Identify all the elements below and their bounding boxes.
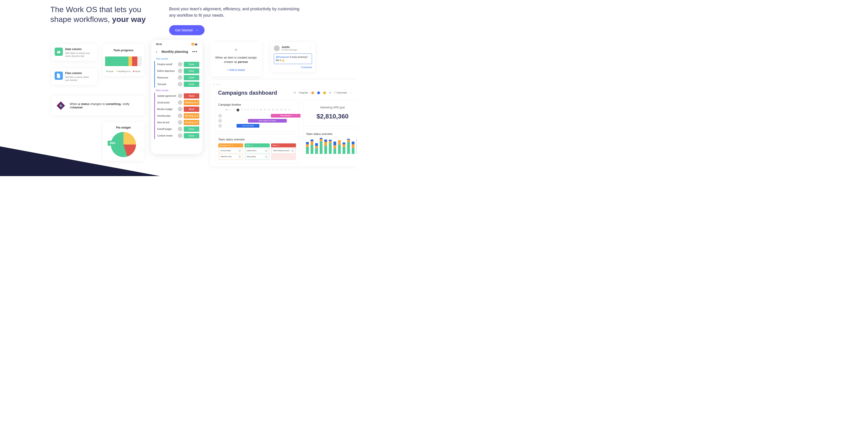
avatar: [178, 133, 182, 138]
bar: [320, 138, 322, 154]
status-badge[interactable]: Working on it: [184, 100, 199, 105]
task-name: Test plan: [157, 83, 177, 86]
status-badge[interactable]: Working on it: [184, 113, 199, 118]
kanban-card[interactable]: March Madness promo: [272, 148, 295, 153]
integrate-icon[interactable]: ⟳: [294, 91, 296, 94]
timeline-row: New vegan ice cream: [218, 118, 296, 123]
commenter-role: Product Manager: [282, 49, 297, 51]
more-icon[interactable]: •••: [192, 50, 197, 54]
phone-task-row[interactable]: Social postsWorking on it: [154, 99, 201, 106]
window-controls: ● ● ●: [210, 83, 356, 87]
timeline-bar[interactable]: New vegan ice cream: [248, 119, 287, 122]
automate-label[interactable]: 7 / Automate: [334, 91, 347, 94]
avatar: [178, 93, 182, 98]
more-icon[interactable]: ⋯: [350, 91, 352, 94]
arr-panel: Marketing ARR goal $2,810,360: [303, 100, 356, 126]
status-badge[interactable]: Stuck: [184, 107, 199, 112]
svg-rect-6: [60, 104, 61, 107]
phone-mockup: 09:41 📶 ▮▮ ‹ Monthly planning ••• This m…: [151, 40, 203, 154]
timeline-bar[interactable]: Fall collection: [271, 114, 301, 117]
kanban-column: Stuck / 1March Madness promo: [271, 143, 296, 160]
avatar: [178, 62, 182, 66]
avatar: [265, 149, 268, 152]
status-badge[interactable]: Done: [184, 133, 199, 138]
column-header: Done / 2: [245, 143, 270, 147]
avatar: [178, 120, 182, 125]
status-badge[interactable]: Done: [184, 75, 199, 80]
hero: The Work OS that lets you shape workflow…: [0, 0, 356, 40]
avatar: [265, 156, 268, 158]
status-badge[interactable]: Stuck: [184, 93, 199, 98]
bar: [356, 139, 356, 154]
phone-task-row[interactable]: Refine objectivesDone: [154, 68, 201, 74]
phone-task-row[interactable]: Content reviewDone: [154, 133, 201, 139]
bar: [324, 140, 327, 154]
task-name: Refine objectives: [157, 70, 177, 72]
kanban-card[interactable]: Blog posting: [245, 154, 269, 159]
card-desc: Add files to items within your boards: [65, 76, 94, 82]
svg-rect-2: [58, 50, 58, 51]
back-icon[interactable]: ‹: [156, 50, 157, 54]
phone-task-row[interactable]: Kickoff budgetDone: [154, 126, 201, 133]
status-badge[interactable]: Done: [184, 82, 199, 87]
get-started-button[interactable]: Get Started →: [169, 25, 205, 35]
integration-chip-icon: [311, 91, 314, 94]
avatar: [178, 68, 182, 73]
status-badge[interactable]: Done: [184, 62, 199, 67]
phone-task-row[interactable]: Develop planWorking on it: [154, 113, 201, 119]
comment-link[interactable]: Comment: [274, 66, 312, 68]
bar: [352, 142, 354, 154]
task-name: Resources: [157, 76, 177, 79]
integrate-label[interactable]: Integrate: [299, 91, 308, 94]
bar: [306, 142, 309, 154]
avatar: [218, 124, 222, 128]
phone-task-row[interactable]: Monitor budgetStuck: [154, 106, 201, 113]
timeline-header: Dec1234567891011121314151617: [218, 109, 296, 111]
task-name: Finalize kickoff: [157, 63, 177, 66]
avatar: [239, 156, 241, 158]
panel-title: Team status overview: [218, 138, 296, 141]
phone-task-row[interactable]: ResourcesDone: [154, 74, 201, 81]
progress-legend: Done Working on it Stuck: [105, 70, 142, 73]
hero-subtitle: Boost your team's alignment, efficiency,…: [169, 6, 306, 19]
comment-input[interactable]: @Prasannah it looks amazing! I like it 💪: [274, 54, 312, 64]
bar: [338, 140, 341, 154]
svg-rect-3: [59, 50, 60, 51]
phone-task-row[interactable]: Finalize kickoffDone: [154, 61, 201, 68]
card-title: Files column: [65, 72, 94, 75]
task-name: Monitor budget: [157, 108, 177, 110]
phone-task-row[interactable]: New ad testWorking on it: [154, 119, 201, 126]
kanban-card[interactable]: Valentine's Day: [219, 154, 242, 159]
automate-icon[interactable]: ⟲: [329, 91, 331, 94]
hero-title: The Work OS that lets you shape workflow…: [50, 5, 146, 24]
progress-bar: [105, 56, 142, 66]
phone-statusbar: 09:41 📶 ▮▮: [153, 41, 201, 47]
status-badge[interactable]: Done: [184, 68, 199, 74]
avatar: [239, 149, 241, 152]
avatar: [178, 100, 182, 105]
phone-task-row[interactable]: Test planDone: [154, 81, 201, 88]
bar: [311, 140, 313, 154]
timeline-bar[interactable]: Low cost deals: [237, 124, 259, 128]
card-desc: Add dates to ensure you never drop the b…: [65, 52, 94, 58]
automation-text: When an item is created assign creator a…: [214, 55, 258, 64]
date-column-card: Date column Add dates to ensure you neve…: [52, 45, 97, 61]
kanban-card[interactable]: Easter promo: [245, 148, 269, 153]
phone-group-2: Next month: [153, 88, 201, 93]
files-column-card: Files column Add files to items within y…: [52, 68, 97, 85]
calendar-icon: [55, 48, 63, 56]
add-to-board-link[interactable]: + Add to board: [214, 68, 258, 72]
slack-icon: [56, 101, 66, 110]
avatar: [178, 107, 182, 111]
avatar: [178, 75, 182, 80]
cards-area: Date column Add dates to ensure you neve…: [0, 40, 356, 176]
timeline-row: Low cost deals: [218, 123, 296, 128]
status-badge[interactable]: Done: [184, 126, 199, 132]
phone-task-row[interactable]: Update agreementStuck: [154, 93, 201, 99]
bar: [334, 142, 336, 154]
panel-title: Campaign timeline: [218, 103, 296, 106]
more-icon[interactable]: ⋮: [308, 46, 312, 50]
kanban-card[interactable]: Product listing: [219, 148, 242, 153]
automation-card: + When an item is created assign creator…: [210, 42, 262, 76]
status-badge[interactable]: Working on it: [184, 120, 199, 125]
